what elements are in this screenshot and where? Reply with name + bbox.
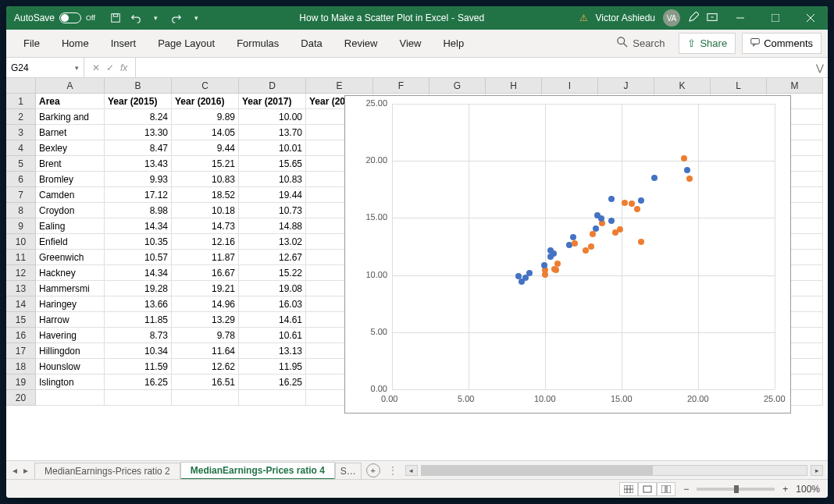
cell[interactable]: Barking and — [36, 109, 105, 125]
cell[interactable]: 19.28 — [105, 281, 172, 296]
cell[interactable]: 10.57 — [105, 250, 172, 265]
cell[interactable]: 10.35 — [105, 234, 172, 250]
select-all-corner[interactable] — [6, 78, 36, 94]
cell[interactable]: Brent — [36, 156, 105, 172]
cell[interactable]: Greenwich — [36, 250, 105, 265]
warning-icon[interactable]: ⚠ — [579, 12, 588, 23]
cell[interactable] — [239, 390, 306, 406]
ribbon-tab-file[interactable]: File — [12, 31, 51, 55]
pen-icon[interactable] — [688, 12, 699, 25]
cell[interactable]: 9.89 — [172, 109, 239, 125]
save-icon[interactable] — [109, 12, 122, 24]
cell[interactable]: 14.96 — [172, 296, 239, 312]
ribbon-tab-insert[interactable]: Insert — [100, 31, 148, 55]
row-header[interactable]: 13 — [6, 281, 36, 296]
col-header[interactable]: G — [429, 78, 486, 94]
cell[interactable]: 9.78 — [172, 328, 239, 343]
row-header[interactable]: 17 — [6, 343, 36, 359]
ribbon-tab-review[interactable]: Review — [333, 31, 389, 55]
cell[interactable]: 13.02 — [239, 234, 306, 250]
row-header[interactable]: 9 — [6, 218, 36, 234]
cell[interactable]: 18.52 — [172, 187, 239, 203]
cell[interactable]: 11.64 — [172, 343, 239, 359]
cell[interactable]: 10.61 — [239, 328, 306, 343]
comments-button[interactable]: Comments — [742, 33, 822, 54]
col-header[interactable]: D — [239, 78, 306, 94]
cell[interactable]: 8.98 — [105, 203, 172, 218]
cancel-icon[interactable]: ✕ — [92, 62, 100, 73]
cell[interactable]: Croydon — [36, 203, 105, 218]
cell[interactable]: 12.16 — [172, 234, 239, 250]
cell[interactable]: 15.22 — [239, 265, 306, 281]
sheet-tab-ellipsis[interactable]: S… — [335, 463, 362, 479]
col-header[interactable]: B — [105, 78, 172, 94]
ribbon-tab-page-layout[interactable]: Page Layout — [147, 31, 226, 55]
cell[interactable] — [36, 390, 105, 406]
row-header[interactable]: 1 — [6, 94, 36, 109]
cell[interactable]: 16.51 — [172, 374, 239, 390]
row-header[interactable]: 5 — [6, 156, 36, 172]
cell[interactable]: Barnet — [36, 125, 105, 140]
cell[interactable]: 19.44 — [239, 187, 306, 203]
fx-label[interactable]: fx — [120, 62, 127, 73]
col-header[interactable]: L — [711, 78, 767, 94]
cell[interactable]: Haringey — [36, 296, 105, 312]
search-box[interactable]: Search — [609, 34, 672, 53]
ribbon-tab-home[interactable]: Home — [51, 31, 100, 55]
chevron-down-icon[interactable]: ▾ — [150, 12, 162, 24]
cell[interactable]: Year (2016) — [172, 94, 239, 109]
cell[interactable]: Hillingdon — [36, 343, 105, 359]
col-header[interactable]: I — [542, 78, 598, 94]
cell[interactable]: 14.34 — [105, 265, 172, 281]
row-header[interactable]: 20 — [6, 390, 36, 406]
close-button[interactable] — [793, 6, 828, 30]
cell[interactable]: Islington — [36, 374, 105, 390]
row-header[interactable]: 2 — [6, 109, 36, 125]
cell[interactable]: 19.08 — [239, 281, 306, 296]
avatar[interactable]: VA — [663, 9, 680, 27]
scroll-left-icon[interactable]: ◂ — [405, 465, 418, 476]
row-header[interactable]: 11 — [6, 250, 36, 265]
ribbon-display-icon[interactable] — [707, 12, 718, 25]
cell[interactable]: 11.85 — [105, 312, 172, 328]
col-header[interactable]: E — [306, 78, 373, 94]
cell[interactable]: 10.01 — [239, 140, 306, 156]
undo-icon[interactable] — [130, 12, 142, 24]
cell[interactable]: 10.34 — [105, 343, 172, 359]
cell[interactable]: 13.43 — [105, 156, 172, 172]
row-header[interactable]: 4 — [6, 140, 36, 156]
spreadsheet-grid[interactable]: ABCDEFGHIJKLM 12345678910111213141516171… — [6, 78, 828, 460]
cell[interactable]: Harrow — [36, 312, 105, 328]
row-header[interactable]: 19 — [6, 374, 36, 390]
cell[interactable]: Ealing — [36, 218, 105, 234]
cell[interactable]: 11.95 — [239, 359, 306, 374]
cell[interactable]: Year (2015) — [105, 94, 172, 109]
cell[interactable]: 16.25 — [105, 374, 172, 390]
cell[interactable]: Hackney — [36, 265, 105, 281]
zoom-in-button[interactable]: + — [782, 484, 788, 495]
ribbon-tab-view[interactable]: View — [388, 31, 432, 55]
cell[interactable]: 13.13 — [239, 343, 306, 359]
row-header[interactable]: 12 — [6, 265, 36, 281]
row-header[interactable]: 3 — [6, 125, 36, 140]
cell[interactable]: 14.88 — [239, 218, 306, 234]
cell[interactable]: 13.66 — [105, 296, 172, 312]
row-header[interactable]: 10 — [6, 234, 36, 250]
cell[interactable]: Camden — [36, 187, 105, 203]
row-header[interactable]: 8 — [6, 203, 36, 218]
cell[interactable]: 14.05 — [172, 125, 239, 140]
cell[interactable]: 10.83 — [239, 172, 306, 187]
ribbon-tab-help[interactable]: Help — [432, 31, 475, 55]
cell[interactable]: 16.67 — [172, 265, 239, 281]
cell[interactable]: 8.47 — [105, 140, 172, 156]
cell[interactable]: Havering — [36, 328, 105, 343]
ribbon-tab-formulas[interactable]: Formulas — [226, 31, 290, 55]
cell[interactable]: 14.34 — [105, 218, 172, 234]
col-header[interactable]: F — [373, 78, 429, 94]
chevron-down-icon[interactable]: ▾ — [191, 12, 203, 24]
cell[interactable]: 9.93 — [105, 172, 172, 187]
col-header[interactable]: H — [486, 78, 542, 94]
sheet-tab-inactive[interactable]: MedianEarnings-Prices ratio 2 — [34, 463, 180, 479]
scatter-chart[interactable]: 0.005.0010.0015.0020.0025.000.005.0010.0… — [344, 95, 791, 413]
cell[interactable] — [105, 390, 172, 406]
